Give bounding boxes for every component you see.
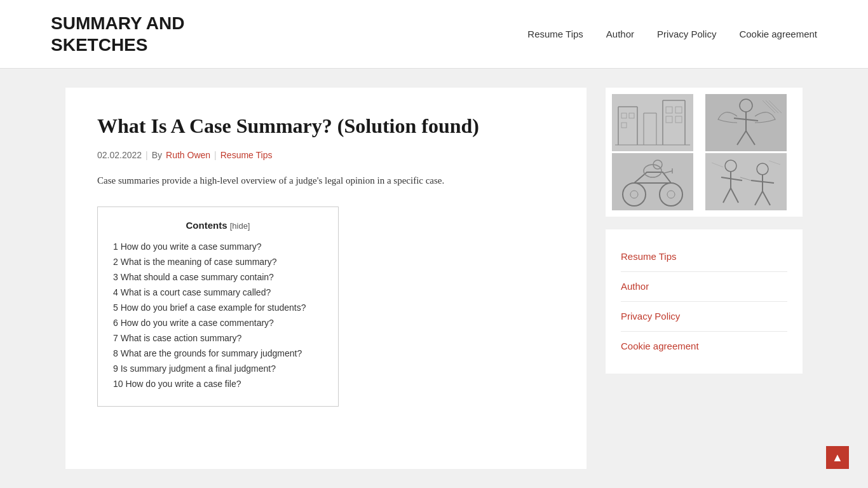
toc-link-3[interactable]: 3 What should a case summary contain? — [113, 272, 274, 282]
page-wrapper: What Is A Case Summary? (Solution found)… — [53, 69, 815, 488]
scroll-to-top-button[interactable]: ▲ — [826, 446, 849, 469]
toc-item: 6 How do you write a case commentary? — [113, 317, 323, 329]
article-meta: 02.02.2022 | By Ruth Owen | Resume Tips — [97, 150, 555, 160]
toc-title-text: Contents — [186, 220, 227, 231]
svg-rect-27 — [612, 153, 693, 210]
sketch-image-2 — [705, 94, 787, 151]
main-content: What Is A Case Summary? (Solution found)… — [65, 88, 587, 469]
sidebar-nav-item: Author — [621, 272, 787, 302]
svg-rect-36 — [705, 153, 787, 210]
toc-item: 4 What is a court case summary called? — [113, 287, 323, 298]
sidebar-nav-item: Resume Tips — [621, 242, 787, 272]
meta-separator-2: | — [214, 150, 217, 160]
sidebar-nav-widget: Resume Tips Author Privacy Policy Cookie… — [606, 229, 803, 374]
site-title: SUMMARY AND SKETCHES — [51, 13, 229, 55]
toc-link-6[interactable]: 6 How do you write a case commentary? — [113, 318, 274, 328]
sidebar-link-resume-tips[interactable]: Resume Tips — [621, 251, 677, 262]
toc-link-4[interactable]: 4 What is a court case summary called? — [113, 287, 271, 297]
toc-item: 8 What are the grounds for summary judgm… — [113, 348, 323, 359]
toc-item: 7 What is case action summary? — [113, 332, 323, 344]
sidebar-link-privacy-policy[interactable]: Privacy Policy — [621, 311, 680, 322]
toc-link-1[interactable]: 1 How do you write a case summary? — [113, 241, 261, 252]
toc-link-2[interactable]: 2 What is the meaning of case summary? — [113, 257, 277, 267]
toc-item: 9 Is summary judgment a final judgment? — [113, 363, 323, 374]
article-intro: Case summaries provide a high-level over… — [97, 173, 555, 189]
toc-hide-link[interactable]: [hide] — [230, 221, 250, 231]
table-of-contents: Contents [hide] 1 How do you write a cas… — [97, 207, 339, 407]
toc-link-10[interactable]: 10 How do you write a case file? — [113, 379, 241, 389]
toc-item: 10 How do you write a case file? — [113, 378, 323, 390]
toc-link-5[interactable]: 5 How do you brief a case example for st… — [113, 302, 306, 313]
article-author-link[interactable]: Ruth Owen — [166, 150, 210, 160]
nav-item-resume-tips[interactable]: Resume Tips — [527, 29, 583, 39]
by-label: By — [152, 150, 162, 160]
toc-link-7[interactable]: 7 What is case action summary? — [113, 333, 241, 343]
toc-link-9[interactable]: 9 Is summary judgment a final judgment? — [113, 363, 276, 374]
sidebar-nav-item: Privacy Policy — [621, 302, 787, 332]
toc-link-8[interactable]: 8 What are the grounds for summary judgm… — [113, 348, 302, 358]
toc-title: Contents [hide] — [113, 220, 323, 231]
sidebar-nav-item: Cookie agreement — [621, 332, 787, 361]
nav-item-privacy-policy[interactable]: Privacy Policy — [657, 29, 716, 39]
sketch-image-3 — [612, 153, 693, 210]
sidebar-link-cookie-agreement[interactable]: Cookie agreement — [621, 341, 699, 351]
sidebar-sketch-widget — [606, 88, 803, 217]
sketch-image-1 — [612, 94, 693, 151]
nav-item-author[interactable]: Author — [606, 29, 634, 39]
nav-item-cookie-agreement[interactable]: Cookie agreement — [739, 29, 817, 39]
article-title: What Is A Case Summary? (Solution found) — [97, 113, 555, 140]
site-header: SUMMARY AND SKETCHES Resume Tips Author … — [0, 0, 868, 69]
main-nav: Resume Tips Author Privacy Policy Cookie… — [527, 29, 817, 39]
toc-item: 5 How do you brief a case example for st… — [113, 302, 323, 313]
toc-item: 1 How do you write a case summary? — [113, 241, 323, 252]
toc-item: 2 What is the meaning of case summary? — [113, 256, 323, 268]
sketch-image-4 — [705, 153, 787, 210]
sketch-grid — [606, 88, 803, 217]
article-category-link[interactable]: Resume Tips — [220, 150, 273, 160]
meta-separator-1: | — [146, 150, 148, 160]
toc-item: 3 What should a case summary contain? — [113, 271, 323, 283]
sidebar: Resume Tips Author Privacy Policy Cookie… — [606, 88, 803, 469]
sidebar-nav-list: Resume Tips Author Privacy Policy Cookie… — [621, 242, 787, 361]
toc-list: 1 How do you write a case summary? 2 Wha… — [113, 241, 323, 390]
article-date: 02.02.2022 — [97, 150, 142, 160]
sidebar-link-author[interactable]: Author — [621, 281, 649, 292]
